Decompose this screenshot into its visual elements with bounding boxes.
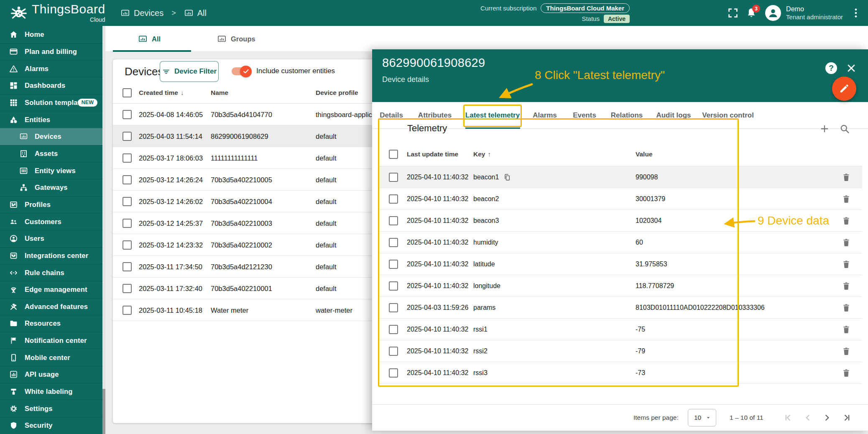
sidebar-item-white-labeling[interactable]: White labeling [0,383,102,400]
sidebar-item-advanced-features[interactable]: Advanced features [0,298,102,315]
row-checkbox[interactable] [123,153,132,163]
row-checkbox[interactable] [123,219,132,228]
row-checkbox[interactable] [389,260,398,269]
col-created-time[interactable]: Created time [139,89,178,96]
tab-all[interactable]: All [138,26,161,52]
sidebar-item-settings[interactable]: Settings [0,400,102,417]
telemetry-row[interactable]: 2025-04-10 11:40:32beacon31020304 [378,210,862,232]
sidebar-item-customers[interactable]: Customers [0,213,102,230]
scrollbar-thumb[interactable] [102,389,105,434]
panel-tab-version-control[interactable]: Version control [702,102,754,129]
row-checkbox[interactable] [389,173,398,182]
sidebar-item-integrations-center[interactable]: Integrations center [0,247,102,264]
col-name[interactable]: Name [211,89,228,97]
telemetry-row[interactable]: 2025-04-10 11:40:32latitude31.975853 [378,253,862,275]
row-checkbox[interactable] [123,306,132,315]
row-checkbox[interactable] [389,325,398,334]
sidebar-item-api-usage[interactable]: API usage [0,366,102,383]
sidebar-item-resources[interactable]: Resources [0,315,102,332]
close-icon[interactable] [845,62,857,74]
breadcrumb-devices[interactable]: Devices [134,8,163,18]
row-checkbox[interactable] [123,262,132,271]
row-checkbox[interactable] [123,197,132,206]
delete-telemetry-icon[interactable] [841,368,851,378]
row-checkbox[interactable] [123,240,132,250]
sidebar-item-home[interactable]: Home [0,26,102,43]
sidebar-item-mobile-center[interactable]: Mobile center [0,349,102,366]
first-page-icon[interactable] [782,412,794,424]
col-device-profile[interactable]: Device profile [316,89,358,97]
sidebar-item-rule-chains[interactable]: Rule chains [0,264,102,281]
panel-tab-events[interactable]: Events [573,102,596,129]
avatar[interactable] [765,5,781,21]
telemetry-row[interactable]: 2025-04-10 11:40:32longitude118.7708729 [378,275,862,297]
panel-tab-details[interactable]: Details [380,102,403,129]
delete-telemetry-icon[interactable] [841,216,851,226]
sidebar-item-edge-management[interactable]: Edge management [0,281,102,298]
thingsboard-logo[interactable]: ThingsBoard Cloud [9,2,105,23]
add-telemetry-icon[interactable] [819,123,830,135]
next-page-icon[interactable] [821,412,833,424]
delete-telemetry-icon[interactable] [841,237,851,248]
panel-tab-latest-telemetry[interactable]: Latest telemetry [465,102,520,129]
sidebar-item-profiles[interactable]: Profiles [0,196,102,213]
include-customer-entities-toggle[interactable] [232,67,250,75]
search-icon[interactable] [839,123,850,135]
telemetry-row[interactable]: 2025-04-10 11:40:32beacon230001379 [378,188,862,210]
sidebar-scrollbar[interactable] [102,26,105,434]
sidebar-item-notification-center[interactable]: Notification center [0,332,102,349]
telemetry-select-all-checkbox[interactable] [389,150,398,159]
telemetry-row[interactable]: 2025-04-10 11:40:32rssi1-75 [378,319,862,340]
row-checkbox[interactable] [389,216,398,225]
delete-telemetry-icon[interactable] [841,346,851,356]
row-checkbox[interactable] [123,284,132,293]
row-checkbox[interactable] [389,347,398,356]
row-checkbox[interactable] [123,132,132,141]
sidebar-item-users[interactable]: Users [0,230,102,247]
row-checkbox[interactable] [389,281,398,291]
breadcrumb-all[interactable]: All [197,8,207,18]
row-checkbox[interactable] [123,175,132,184]
row-checkbox[interactable] [389,303,398,312]
notifications-bell[interactable]: 3 [745,7,758,19]
row-checkbox[interactable] [389,368,398,378]
sidebar-item-gateways[interactable]: Gateways [0,179,102,196]
delete-telemetry-icon[interactable] [841,281,851,291]
sidebar-item-devices[interactable]: Devices [0,128,102,145]
row-checkbox[interactable] [389,238,398,247]
sidebar-item-alarms[interactable]: Alarms [0,60,102,77]
sidebar-item-plan-and-billing[interactable]: Plan and billing [0,43,102,60]
select-all-checkbox[interactable] [123,88,132,97]
telemetry-row[interactable]: 2025-04-10 11:40:32beacon1990098 [378,166,862,188]
telemetry-row[interactable]: 2025-04-10 11:40:32humidity60 [378,232,862,253]
sidebar-item-entity-views[interactable]: Entity views [0,162,102,179]
telemetry-row[interactable]: 2025-04-03 11:59:26params8103D01011110AD… [378,297,862,319]
delete-telemetry-icon[interactable] [841,194,851,204]
row-checkbox[interactable] [389,194,398,204]
delete-telemetry-icon[interactable] [841,259,851,269]
fullscreen-icon[interactable] [727,7,739,19]
col-key[interactable]: Key [473,151,485,158]
telemetry-row[interactable]: 2025-04-10 11:40:32rssi2-79 [378,340,862,362]
help-button[interactable]: ? [825,62,837,74]
panel-tab-alarms[interactable]: Alarms [533,102,557,129]
col-value[interactable]: Value [636,151,653,158]
sidebar-item-entities[interactable]: Entities [0,111,102,128]
row-checkbox[interactable] [123,110,132,119]
items-per-page-select[interactable]: 10 [688,409,716,426]
panel-tab-relations[interactable]: Relations [611,102,643,129]
copy-icon[interactable] [503,173,511,181]
previous-page-icon[interactable] [802,412,814,424]
last-page-icon[interactable] [841,412,853,424]
edit-fab-button[interactable] [832,77,856,101]
sidebar-item-dashboards[interactable]: Dashboards [0,77,102,94]
panel-tab-audit-logs[interactable]: Audit logs [656,102,691,129]
delete-telemetry-icon[interactable] [841,303,851,313]
user-block[interactable]: Demo Tenant administrator [786,5,843,21]
tab-groups[interactable]: Groups [217,26,255,52]
kebab-menu-icon[interactable] [850,7,862,19]
delete-telemetry-icon[interactable] [841,324,851,334]
delete-telemetry-icon[interactable] [841,172,851,182]
device-filter-button[interactable]: Device Filter [160,61,219,82]
sidebar-item-security[interactable]: Security [0,417,102,434]
